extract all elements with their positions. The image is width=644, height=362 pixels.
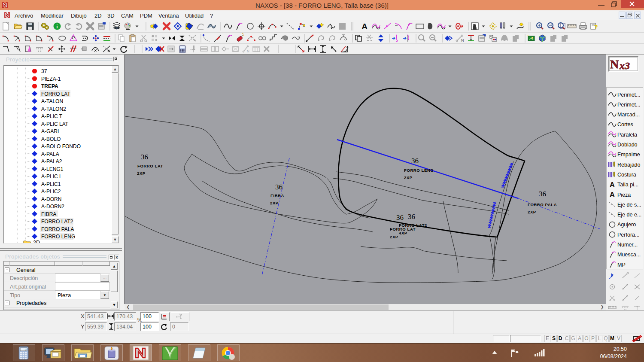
svg-text:Talla pi...: Talla pi...: [617, 182, 638, 188]
svg-text:A: A: [610, 181, 615, 189]
svg-text:Empalme: Empalme: [617, 152, 640, 158]
svg-text:A-BOLO: A-BOLO: [41, 136, 61, 142]
svg-text:2D: 2D: [33, 240, 40, 243]
svg-text:Perimet...: Perimet...: [617, 102, 641, 108]
svg-text:N: N: [461, 38, 464, 43]
svg-text:TREPA: TREPA: [41, 83, 58, 89]
svg-text:A-BOLO FONDO: A-BOLO FONDO: [41, 143, 81, 149]
svg-text:Marcad...: Marcad...: [617, 112, 640, 118]
svg-text:2XP: 2XP: [404, 175, 413, 180]
svg-text:A-PLIC L: A-PLIC L: [41, 173, 62, 179]
svg-text:Costura: Costura: [617, 172, 636, 178]
svg-text:Rebajado: Rebajado: [617, 162, 641, 168]
svg-text:MP: MP: [617, 262, 626, 268]
svg-text:A-TALON: A-TALON: [41, 98, 63, 104]
svg-text:FORRO PALA: FORRO PALA: [41, 226, 74, 232]
svg-text:FIBRA: FIBRA: [270, 193, 284, 198]
svg-text:36: 36: [408, 213, 415, 221]
svg-text:Perimet...: Perimet...: [617, 92, 641, 98]
svg-text:A-DORN2: A-DORN2: [41, 204, 64, 210]
svg-text:A-PLIC T: A-PLIC T: [41, 113, 63, 119]
svg-text:A: A: [361, 22, 368, 31]
svg-text:A-TALON2: A-TALON2: [41, 106, 66, 112]
svg-text:Paralela: Paralela: [617, 132, 637, 138]
svg-text:FORRO LENG: FORRO LENG: [404, 168, 434, 173]
svg-text:A: A: [610, 191, 615, 199]
svg-text:?: ?: [594, 23, 598, 30]
svg-text:A-GARI: A-GARI: [41, 128, 59, 134]
svg-text:N: N: [610, 58, 619, 71]
svg-text:FORRO PALA: FORRO PALA: [528, 202, 557, 207]
svg-text:36: 36: [396, 213, 404, 222]
svg-text:Muesca...: Muesca...: [617, 252, 641, 258]
svg-text:FORRO LENG: FORRO LENG: [41, 234, 75, 240]
svg-text:Eje de s...: Eje de s...: [617, 202, 641, 208]
svg-text:2XP: 2XP: [137, 171, 146, 176]
svg-text:PIEZA-1: PIEZA-1: [41, 76, 61, 82]
svg-text:Numer...: Numer...: [617, 242, 638, 248]
svg-text:36: 36: [141, 153, 148, 161]
svg-text:Agujero: Agujero: [617, 222, 636, 228]
svg-text:2XP: 2XP: [390, 234, 398, 239]
svg-text:FORRO LAT2: FORRO LAT2: [41, 219, 73, 225]
svg-text:A-DORN: A-DORN: [41, 196, 61, 202]
svg-text:A-PLIC1: A-PLIC1: [41, 181, 61, 187]
svg-text:2XP: 2XP: [528, 210, 536, 214]
svg-text:37: 37: [41, 68, 47, 74]
svg-text:FIBRA: FIBRA: [41, 211, 56, 217]
svg-text:A-PLIC2: A-PLIC2: [41, 189, 61, 195]
svg-text:2XP: 2XP: [270, 201, 279, 205]
svg-text:A-PALA2: A-PALA2: [41, 158, 62, 164]
svg-text:Perfora...: Perfora...: [617, 232, 639, 238]
svg-text:36: 36: [539, 190, 546, 198]
svg-text:A-LENG1: A-LENG1: [41, 166, 64, 172]
svg-text:36: 36: [275, 183, 283, 191]
svg-text:Pieza: Pieza: [617, 192, 631, 198]
svg-text:Eje de e...: Eje de e...: [617, 212, 641, 218]
svg-text:Doblado: Doblado: [617, 142, 638, 148]
svg-text:Cortes: Cortes: [617, 122, 633, 128]
svg-text:N: N: [247, 49, 249, 53]
svg-text:A-PALA: A-PALA: [41, 151, 59, 157]
svg-text:A-PLIC LAT: A-PLIC LAT: [41, 121, 69, 127]
svg-text:x3: x3: [619, 60, 630, 71]
svg-text:FORRO LAT: FORRO LAT: [137, 164, 163, 168]
svg-text:FORRO LAT: FORRO LAT: [41, 91, 70, 97]
svg-text:4XP: 4XP: [399, 231, 407, 235]
svg-text:36: 36: [411, 157, 419, 165]
